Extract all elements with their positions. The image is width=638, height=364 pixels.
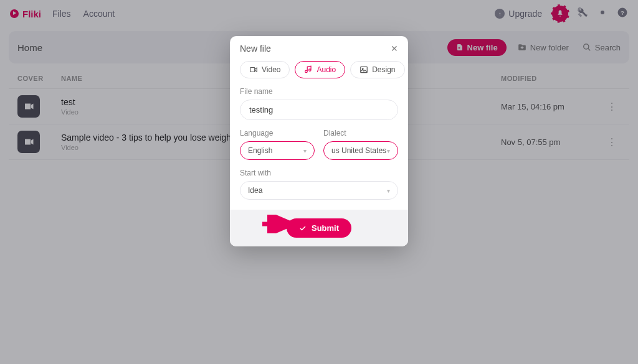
dialect-label: Dialect: [323, 129, 398, 138]
tab-audio[interactable]: Audio: [295, 61, 345, 78]
file-name-label: File name: [240, 87, 398, 96]
chevron-down-icon: ▾: [387, 147, 390, 154]
start-with-value: Idea: [248, 186, 262, 195]
chevron-down-icon: ▾: [303, 147, 307, 154]
language-value: English: [248, 146, 272, 155]
type-tabs: Video Audio Design: [240, 61, 398, 78]
audio-icon: [304, 65, 313, 74]
start-with-select[interactable]: Idea ▾: [240, 181, 398, 200]
chevron-down-icon: ▾: [387, 187, 390, 194]
submit-label: Submit: [312, 223, 339, 233]
tab-audio-label: Audio: [317, 65, 336, 74]
image-icon: [359, 65, 368, 74]
tab-video-label: Video: [262, 65, 280, 74]
modal-header: New file ✕: [230, 36, 408, 58]
tab-design-label: Design: [372, 65, 395, 74]
tab-design[interactable]: Design: [350, 61, 404, 78]
file-name-input[interactable]: [240, 100, 398, 120]
modal-footer: Submit: [230, 210, 408, 246]
language-label: Language: [240, 129, 315, 138]
dialect-select[interactable]: us United States ▾: [323, 141, 398, 160]
modal-title: New file: [240, 44, 271, 54]
start-with-label: Start with: [240, 169, 398, 177]
modal-overlay[interactable]: New file ✕ Video Audio Design File name: [0, 0, 638, 364]
svg-rect-5: [250, 68, 255, 72]
language-select[interactable]: English ▾: [240, 141, 315, 160]
new-file-modal: New file ✕ Video Audio Design File name: [230, 36, 408, 246]
dialect-value: us United States: [331, 146, 386, 155]
check-icon: [299, 225, 307, 232]
close-icon[interactable]: ✕: [391, 44, 398, 54]
submit-button[interactable]: Submit: [287, 218, 351, 238]
tab-video[interactable]: Video: [240, 61, 290, 78]
video-icon: [249, 65, 258, 74]
